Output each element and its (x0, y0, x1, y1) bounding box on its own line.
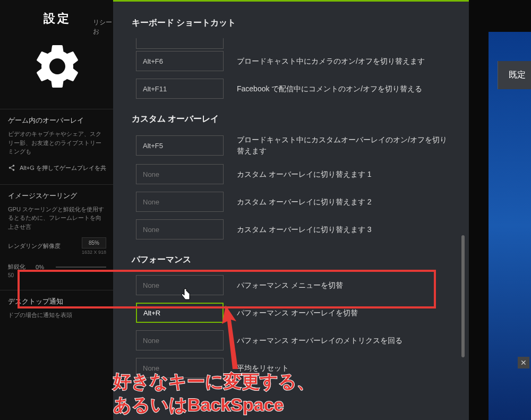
shortcut-key-input[interactable]: None (136, 275, 224, 295)
shortcut-row (132, 38, 450, 49)
section-keyboard: キーボード ショートカット (132, 18, 450, 29)
render-resolution-value[interactable]: 85% (82, 237, 106, 248)
close-icon[interactable]: ✕ (518, 357, 529, 368)
shortcut-key-input[interactable]: None (136, 164, 224, 184)
shortcut-desc: パフォーマンス オーバーレイのメトリクスを回る (237, 335, 450, 346)
render-resolution-label: レンダリング解像度 (8, 242, 61, 250)
desktop-title: デスクトップ通知 (8, 297, 106, 306)
sidebar-section-overlay[interactable]: ゲーム内のオーバーレイ ピデオのキャプチャやシェア、スクリー影、お友達とのライブ… (0, 109, 114, 179)
shortcut-row-custom-3: None カスタム オーバーレイに切り替えます 3 (132, 219, 450, 239)
shortcut-key-input[interactable]: None (136, 330, 224, 350)
right-edge: 既定 ✕ (467, 0, 531, 420)
section-performance: パフォーマンス (132, 254, 450, 265)
shortcut-row-perf-reset: None 平均をリセット (132, 358, 450, 378)
shortcut-row-custom-2: None カスタム オーバーレイに切り替えます 2 (132, 192, 450, 212)
shortcut-desc: パフォーマンス メニューを切替 (237, 280, 450, 291)
settings-sidebar: 設定 リシーお ゲーム内のオーバーレイ ピデオのキャプチャやシェア、スクリー影、… (0, 0, 114, 420)
shortcut-key-input[interactable]: Alt+R (136, 303, 224, 323)
policy-fragment: リシーお (93, 18, 114, 36)
shortcut-key-input[interactable]: None (136, 219, 224, 239)
scaling-title: イメージスケーリング (8, 191, 106, 201)
shortcut-desc: 平均をリセット (237, 363, 450, 374)
shortcut-desc: パフォーマンス オーバーレイを切替 (237, 307, 450, 319)
overlay-share-text: Alt+G を押してゲームプレイを共 (20, 164, 106, 172)
gear-icon (31, 40, 84, 93)
shortcut-desc: カスタム オーバーレイに切り替えます 3 (237, 224, 450, 235)
settings-modal: キーボード ショートカット Alt+F6 ブロードキャスト中にカメラのオン/オフ… (113, 0, 469, 420)
shortcut-key-input[interactable]: Alt+F11 (136, 79, 224, 99)
share-icon (8, 164, 15, 173)
sidebar-section-desktop[interactable]: デスクトップ通知 ドブの場合に通知を表頭 (0, 290, 114, 326)
shortcut-row-facebook: Alt+F11 Facebook で配信中にコメントのオン/オフを切り替える (132, 79, 450, 99)
sharpen-pct: 0% (29, 264, 50, 270)
sharpen-label: 鮮鋭化 (8, 263, 29, 271)
section-custom-overlay: カスタム オーバーレイ (132, 114, 450, 125)
shortcut-key-input[interactable]: Alt+F6 (136, 51, 224, 71)
desktop-desc: ドブの場合に通知を表頭 (8, 311, 106, 320)
overlay-share-hint: Alt+G を押してゲームプレイを共 (8, 164, 106, 173)
shortcut-desc: ブロードキャスト中にカスタムオーバーレイのオン/オフを切り替えます (237, 134, 450, 157)
shortcut-key-input[interactable]: Alt+F5 (136, 135, 224, 156)
sharpen-slider[interactable] (56, 267, 106, 268)
shortcut-row-perf-overlay: Alt+R パフォーマンス オーバーレイを切替 (132, 303, 450, 323)
default-button[interactable]: 既定 (498, 61, 531, 89)
shortcut-row-custom-1: None カスタム オーバーレイに切り替えます 1 (132, 164, 450, 184)
shortcut-desc: カスタム オーバーレイに切り替えます 2 (237, 196, 450, 208)
sidebar-section-scaling[interactable]: イメージスケーリング GPU スケーリングと鮮鋭化を使用するとるために、フレーム… (0, 184, 114, 285)
shortcut-row-custom-toggle: Alt+F5 ブロードキャスト中にカスタムオーバーレイのオン/オフを切り替えます (132, 134, 450, 157)
scrollbar-thumb[interactable] (461, 235, 465, 357)
overlay-title: ゲーム内のオーバーレイ (8, 116, 106, 125)
shortcut-key-input[interactable]: None (136, 358, 224, 378)
render-resolution-sub: 1632 X 918 (82, 250, 106, 255)
shortcut-row-camera: Alt+F6 ブロードキャスト中にカメラのオン/オフを切り替えます (132, 51, 450, 71)
scaling-desc: GPU スケーリングと鮮鋭化を使用するとるために、フレームレートを向上させ言 (8, 205, 106, 232)
shortcut-key-input[interactable] (136, 38, 224, 49)
shortcut-row-perf-menu: None パフォーマンス メニューを切替 (132, 275, 450, 295)
shortcut-desc: カスタム オーバーレイに切り替えます 1 (237, 169, 450, 180)
shortcut-key-input[interactable]: None (136, 192, 224, 212)
overlay-desc: ピデオのキャプチャやシェア、スクリー影、お友達とのライブストリーミングも (8, 130, 106, 156)
shortcut-row-perf-metrics: None パフォーマンス オーバーレイのメトリクスを回る (132, 330, 450, 350)
shortcut-desc: Facebook で配信中にコメントのオン/オフを切り替える (237, 83, 450, 95)
sharpen-val: 50 (8, 272, 106, 278)
shortcut-desc: ブロードキャスト中にカメラのオン/オフを切り替えます (237, 56, 450, 67)
